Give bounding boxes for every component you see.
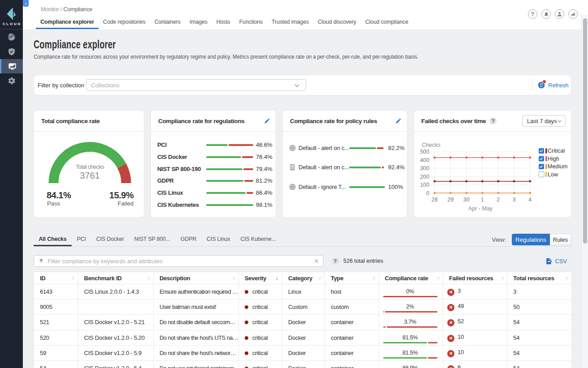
svg-text:15.9%: 15.9% [109, 190, 134, 200]
svg-text:200: 200 [420, 174, 429, 180]
svg-text:500: 500 [420, 149, 429, 155]
svg-text:1: 1 [481, 197, 484, 203]
svg-text:Pass: Pass [47, 200, 60, 207]
svg-text:100: 100 [420, 182, 429, 188]
svg-text:Critical: Critical [548, 148, 565, 154]
svg-text:28: 28 [432, 197, 438, 203]
svg-text:29: 29 [447, 197, 454, 203]
svg-text:300: 300 [420, 165, 429, 171]
svg-text:2: 2 [497, 197, 500, 203]
svg-text:400: 400 [420, 157, 429, 163]
svg-text:3: 3 [513, 197, 516, 203]
svg-text:Total checks: Total checks [76, 163, 104, 170]
svg-text:Failed: Failed [118, 200, 134, 207]
svg-text:Low: Low [548, 171, 558, 178]
svg-text:3761: 3761 [80, 171, 100, 180]
svg-text:30: 30 [463, 197, 470, 203]
svg-text:4: 4 [528, 197, 532, 203]
svg-text:Medium: Medium [548, 163, 567, 170]
svg-text:0: 0 [426, 190, 429, 197]
svg-text:High: High [548, 156, 559, 162]
svg-text:Apr - May: Apr - May [468, 205, 493, 212]
svg-text:Checks: Checks [422, 142, 441, 148]
svg-text:84.1%: 84.1% [47, 190, 71, 200]
